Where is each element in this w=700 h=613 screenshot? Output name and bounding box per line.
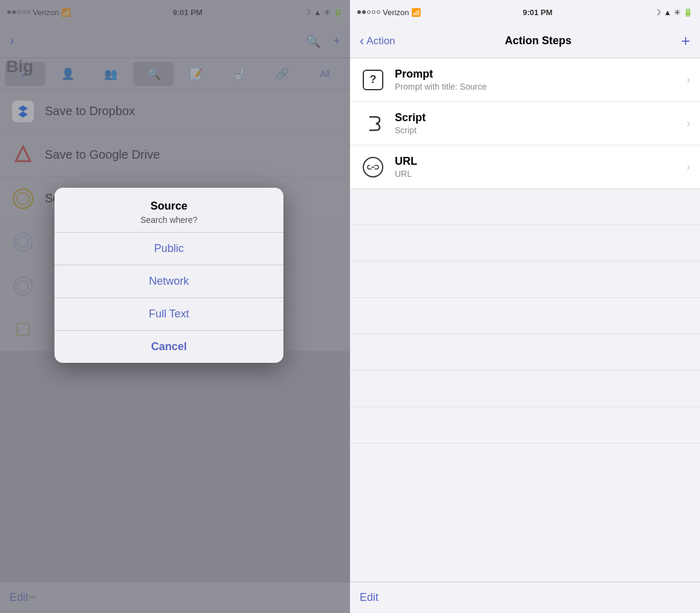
script-title: Script <box>395 111 687 124</box>
url-title: URL <box>395 155 687 168</box>
script-subtitle: Script <box>395 125 687 135</box>
battery-icon-right: 🔋 <box>683 8 693 17</box>
right-panel: Verizon 📶 9:01 PM ☽ ▲ ✳ 🔋 ‹ Action Actio… <box>350 0 700 613</box>
location-icon-right: ▲ <box>664 8 672 17</box>
step-row-script[interactable]: Script Script › <box>350 102 700 145</box>
right-nav-bar: ‹ Action Action Steps + <box>350 24 700 58</box>
separator-4 <box>350 298 700 334</box>
bluetooth-icon-right: ✳ <box>674 8 681 17</box>
separator-1 <box>350 189 700 225</box>
prompt-chevron-icon: › <box>687 73 690 86</box>
script-chevron-icon: › <box>687 117 690 130</box>
right-signal-dot-3 <box>367 10 371 14</box>
step-row-url[interactable]: URL URL › <box>350 145 700 189</box>
url-text: URL URL <box>395 155 687 179</box>
alert-header: Source Search where? <box>54 188 283 233</box>
prompt-icon-wrap: ? <box>360 67 386 93</box>
script-text: Script Script <box>395 111 687 135</box>
right-signal-dot-5 <box>377 10 380 14</box>
step-row-prompt[interactable]: ? Prompt Prompt with title: Source › <box>350 58 700 102</box>
right-signal-dot-1 <box>357 10 361 14</box>
right-status-right: ☽ ▲ ✳ 🔋 <box>654 8 693 17</box>
prompt-text: Prompt Prompt with title: Source <box>395 68 687 91</box>
time-right: 9:01 PM <box>523 8 552 17</box>
alert-option-fulltext[interactable]: Full Text <box>54 298 283 331</box>
prompt-icon: ? <box>363 70 383 90</box>
alert-title: Source <box>67 200 271 213</box>
alert-option-cancel[interactable]: Cancel <box>54 331 283 363</box>
right-status-bar: Verizon 📶 9:01 PM ☽ ▲ ✳ 🔋 <box>350 0 700 24</box>
edit-button-right[interactable]: Edit <box>360 591 378 604</box>
right-bottom-bar: Edit <box>350 582 700 613</box>
back-chevron-icon: ‹ <box>360 33 364 49</box>
separator-3 <box>350 262 700 298</box>
right-signal-strength <box>357 10 380 14</box>
separator-6 <box>350 371 700 407</box>
alert-option-public[interactable]: Public <box>54 233 283 265</box>
script-icon-wrap <box>360 110 386 137</box>
url-icon-wrap <box>360 154 386 181</box>
alert-option-network[interactable]: Network <box>54 265 283 298</box>
carrier-right: Verizon <box>383 8 409 17</box>
right-status-left: Verizon 📶 <box>357 8 421 17</box>
back-label: Action <box>366 35 395 47</box>
script-icon <box>363 113 383 134</box>
separator-5 <box>350 334 700 371</box>
moon-icon-right: ☽ <box>654 8 661 17</box>
link-icon-svg <box>367 163 379 171</box>
alert-subtitle: Search where? <box>67 215 271 225</box>
separator-2 <box>350 225 700 262</box>
url-chevron-icon: › <box>687 161 690 173</box>
alert-options: Public Network Full Text Cancel <box>54 233 283 363</box>
prompt-subtitle: Prompt with title: Source <box>395 82 687 91</box>
url-icon <box>363 157 383 177</box>
steps-list: ? Prompt Prompt with title: Source › Scr… <box>350 58 700 189</box>
right-signal-dot-2 <box>362 10 366 14</box>
wifi-icon-right: 📶 <box>411 8 421 17</box>
add-button-right[interactable]: + <box>681 31 690 50</box>
back-button[interactable]: ‹ Action <box>360 33 395 49</box>
alert-dialog: Source Search where? Public Network Full… <box>54 188 283 363</box>
separator-7 <box>350 407 700 443</box>
url-subtitle: URL <box>395 169 687 179</box>
left-panel: Verizon 📶 9:01 PM ☽ ▲ ✳ 🔋 › 🔍 + ✓ 👤 👥 🔍 <box>0 0 350 613</box>
nav-title-right: Action Steps <box>505 35 572 47</box>
right-signal-dot-4 <box>372 10 375 14</box>
prompt-title: Prompt <box>395 68 687 81</box>
